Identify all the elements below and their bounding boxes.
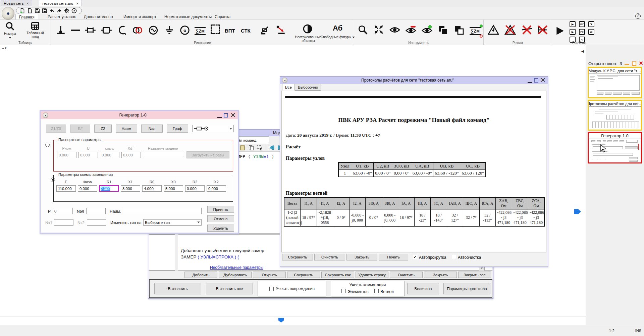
free-figures-button[interactable]: Аб xyxy=(333,24,342,33)
breaker-icon[interactable] xyxy=(85,25,96,36)
stk-button[interactable]: СТК xyxy=(241,28,251,34)
module-button-1[interactable]: Дублировать xyxy=(219,272,252,278)
vscroll-marker[interactable] xyxy=(574,209,581,214)
nel-field[interactable] xyxy=(86,208,106,214)
copy-icon[interactable] xyxy=(437,25,448,35)
change-type-dropdown[interactable]: Выберите тип xyxy=(143,219,202,226)
zm-status-icon[interactable]: ∑Zм xyxy=(470,27,481,35)
open-file-icon[interactable] xyxy=(27,8,33,13)
module-button-4[interactable]: Сохранить как xyxy=(321,272,354,278)
search-icon[interactable] xyxy=(358,25,368,35)
delete-button[interactable]: Удалить xyxy=(207,225,234,232)
generator-titlebar[interactable]: Генератор 1-0 ✕ xyxy=(41,111,238,119)
module-button-5[interactable]: Удалить строку xyxy=(356,272,388,278)
tab-nel-button[interactable]: Nэл xyxy=(141,125,163,133)
x0-field[interactable]: 5.000 xyxy=(164,185,183,192)
minimize-icon[interactable] xyxy=(217,114,222,118)
break-mode-off-icon[interactable] xyxy=(521,25,533,35)
eye-hide-icon[interactable] xyxy=(405,25,417,35)
pnom-field[interactable]: 0.000 xyxy=(57,152,76,158)
run-all-button[interactable]: Выполнить все xyxy=(206,283,253,294)
skip-back-icon[interactable] xyxy=(268,145,275,152)
elements-checkbox[interactable] xyxy=(341,289,346,293)
module-button-8[interactable]: Закрыть все xyxy=(458,272,491,278)
cos-phi-field[interactable]: 0.000 xyxy=(100,152,119,158)
module-button-3[interactable]: Сохранить xyxy=(287,272,320,278)
module-button-6[interactable]: Очистить xyxy=(390,272,423,278)
hscroll-marker[interactable] xyxy=(278,318,284,323)
maximize-icon[interactable] xyxy=(224,113,228,117)
run-calculation-icon[interactable] xyxy=(555,26,565,36)
shunt-fault-icon[interactable] xyxy=(259,25,270,36)
accept-button[interactable]: Принять xyxy=(207,206,234,213)
autoscroll-checkbox[interactable]: ✓ xyxy=(413,255,417,259)
load-from-base-button[interactable]: Загрузить из базы xyxy=(186,151,229,158)
eye-icon[interactable] xyxy=(389,25,400,35)
u-field[interactable]: 0.000 xyxy=(78,152,98,158)
damage-checkbox[interactable] xyxy=(269,287,274,291)
vpt-button[interactable]: ВПТ xyxy=(225,28,235,34)
nz2-field[interactable] xyxy=(87,219,106,226)
canvas-scroll-arrows[interactable]: ▲▼ xyxy=(2,47,7,50)
tab-z2-button[interactable]: Z2 xyxy=(94,125,112,133)
close-icon[interactable]: ✕ xyxy=(76,2,78,5)
close-button[interactable]: Закрыть xyxy=(346,254,377,260)
cancel-button[interactable]: Отмена xyxy=(207,215,234,222)
run-button[interactable]: Выполнить xyxy=(154,283,201,294)
menu-import-export[interactable]: Импорт и экспорт xyxy=(120,14,160,19)
document-tab-new-network[interactable]: Новая сеть ✕ xyxy=(1,0,32,6)
menu-help[interactable]: Справка xyxy=(211,14,234,19)
schematic-canvas[interactable]: ▲▼ ◀ Модуль К.У.Р.С. для сети "тестовая … xyxy=(0,45,586,325)
run-file-icon[interactable]: ▶ xyxy=(570,21,576,27)
node-icon[interactable] xyxy=(55,25,66,36)
run-commands-icon[interactable]: ▶ xyxy=(570,29,576,35)
panel-maximize-icon[interactable] xyxy=(632,61,636,66)
select-region-icon[interactable] xyxy=(257,145,263,152)
fault-mode-off-icon[interactable] xyxy=(504,25,516,35)
copy-pages-icon[interactable] xyxy=(248,145,254,152)
load-icon[interactable] xyxy=(101,25,112,36)
model-name-field[interactable] xyxy=(143,152,183,158)
print-button[interactable]: Печать xyxy=(379,254,408,260)
tab-ef-button[interactable]: E/f xyxy=(70,125,90,133)
save-button[interactable]: Сохранить xyxy=(282,254,313,260)
window-thumbnail-generator[interactable]: Генератор 1-0 xyxy=(588,132,642,163)
value-button[interactable]: Величина xyxy=(407,283,439,294)
save-icon[interactable] xyxy=(35,8,40,13)
close-icon[interactable]: ✕ xyxy=(540,78,546,83)
p-field[interactable]: 0 xyxy=(53,208,73,214)
passport-radio[interactable] xyxy=(45,143,50,147)
optional-params-link[interactable]: Необязательные параметры xyxy=(209,265,265,270)
menu-home[interactable]: Главная xyxy=(15,14,38,19)
naim-field[interactable] xyxy=(122,208,202,214)
module-button-2[interactable]: Открыть xyxy=(253,272,286,278)
maximize-icon[interactable] xyxy=(534,78,538,83)
undo-icon[interactable] xyxy=(49,8,55,13)
save-all-icon[interactable] xyxy=(42,8,47,13)
source-icon[interactable] xyxy=(148,25,159,36)
close-icon[interactable]: ✕ xyxy=(230,113,236,117)
panel-close-icon[interactable]: ✕ xyxy=(639,60,643,66)
redo-icon[interactable] xyxy=(57,8,62,13)
selection-area-icon[interactable] xyxy=(211,25,220,34)
protocol-tab-selective[interactable]: Выборочно xyxy=(295,84,321,91)
app-logo[interactable] xyxy=(2,7,14,20)
branches-checkbox[interactable] xyxy=(374,289,379,293)
help-icon[interactable]: ? xyxy=(71,8,77,13)
refresh-calc-icon[interactable]: ⇄ xyxy=(588,29,594,35)
switch-mode-off-icon[interactable] xyxy=(537,25,548,35)
r1-field[interactable]: 2.000 xyxy=(99,185,119,192)
window-thumbnail-module[interactable]: Модуль К.У.Р.С. для сети "т… xyxy=(588,67,642,98)
module-button-7[interactable]: Закрыть xyxy=(424,272,457,278)
x1-field[interactable]: 3.000 xyxy=(121,185,140,192)
element-type-dropdown[interactable] xyxy=(192,125,234,132)
clear-button[interactable]: Очистить xyxy=(314,254,345,260)
protocol-tab-all[interactable]: Все xyxy=(282,84,295,91)
eye-show-icon[interactable] xyxy=(421,25,433,35)
fault-mode-icon[interactable] xyxy=(488,25,499,35)
autoclean-checkbox[interactable] xyxy=(452,255,456,259)
protocol-document[interactable]: ПВК АРУ РЗА Расчет подрежима "Новый файл… xyxy=(281,91,546,252)
module-side-list[interactable] xyxy=(149,234,175,271)
protocol-titlebar[interactable]: Протоколы расчётов для сети "тестовая се… xyxy=(280,77,548,84)
phase-field[interactable]: 0.000 xyxy=(78,185,97,192)
